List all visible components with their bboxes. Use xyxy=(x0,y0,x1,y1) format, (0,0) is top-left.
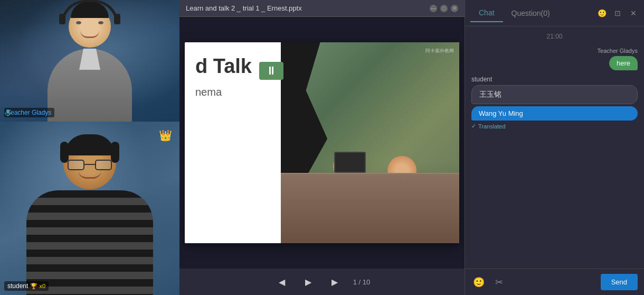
scissors-button[interactable]: ✂ xyxy=(491,275,506,290)
message-bubble: here xyxy=(609,56,638,70)
slide-subtitle: nema xyxy=(195,86,298,98)
chat-footer: 🙂 ✂ Send xyxy=(465,269,644,295)
crown-icon: 👑 xyxy=(159,129,172,142)
chat-header: Chat Question(0) 🙂 ⊡ ✕ xyxy=(465,0,644,26)
title-bar: Learn and talk 2 _ trial 1 _ Ernest.pptx… xyxy=(179,0,465,17)
window-controls[interactable]: — □ ✕ xyxy=(430,5,458,12)
minimize-button[interactable]: — xyxy=(430,5,437,12)
close-button[interactable]: ✕ xyxy=(451,5,458,12)
teacher-message: Teacher Gladys here xyxy=(471,48,638,70)
slide-container: d Talk ⏸ nema xyxy=(185,42,459,243)
chat-body: 21:00 Teacher Gladys here student 王玉铭 Wa… xyxy=(465,26,644,269)
svg-rect-0 xyxy=(6,109,10,114)
tab-chat[interactable]: Chat xyxy=(470,4,503,22)
smiley-header-icon[interactable]: 🙂 xyxy=(596,8,607,19)
play-button[interactable]: ▶ xyxy=(300,274,316,290)
emoji-button[interactable]: 🙂 xyxy=(471,275,486,290)
slide-controls: ◀ ▶ ▶ 1 / 10 xyxy=(179,269,465,295)
play-pause-icon[interactable]: ⏸ xyxy=(259,62,283,80)
chat-header-icons: 🙂 ⊡ ✕ xyxy=(596,8,639,19)
restore-button[interactable]: □ xyxy=(440,5,448,12)
close-chat-icon[interactable]: ✕ xyxy=(628,8,639,19)
watermark: 阿卡索外教网 xyxy=(425,48,454,54)
tab-question[interactable]: Question(0) xyxy=(503,5,558,22)
mic-icon xyxy=(4,109,13,117)
student-mic-icon xyxy=(4,282,13,291)
send-button[interactable]: Send xyxy=(601,274,638,290)
translated-bubble: Wang Yu Ming xyxy=(471,106,638,121)
slide-content: d Talk ⏸ nema xyxy=(185,42,459,243)
prev-slide-button[interactable]: ◀ xyxy=(274,274,290,290)
translated-label: ✓ Translated xyxy=(471,123,638,130)
translated-text: Translated xyxy=(478,123,506,130)
check-icon: ✓ xyxy=(471,123,476,130)
student-message-block: student 王玉铭 Wang Yu Ming ✓ Translated xyxy=(471,76,638,130)
trophy-badge: 🏆 x0 xyxy=(30,283,45,290)
slide-area: d Talk ⏸ nema xyxy=(179,17,465,269)
message-sender: Teacher Gladys xyxy=(598,48,638,54)
student-chat-label: student xyxy=(471,76,638,83)
left-panel: Teacher Gladys xyxy=(0,0,179,295)
student-video: 👑 student 🏆 x0 xyxy=(0,122,179,295)
middle-panel: Learn and talk 2 _ trial 1 _ Ernest.pptx… xyxy=(179,0,465,295)
right-panel: Chat Question(0) 🙂 ⊡ ✕ 21:00 Teacher Gla… xyxy=(465,0,644,295)
chat-timestamp: 21:00 xyxy=(471,33,638,40)
teacher-video: Teacher Gladys xyxy=(0,0,179,122)
slide-counter: 1 / 10 xyxy=(353,278,371,286)
chinese-message-bubble: 王玉铭 xyxy=(471,85,638,104)
slide-heading: d Talk ⏸ xyxy=(195,55,298,80)
next-slide-button[interactable]: ▶ xyxy=(327,274,343,290)
expand-icon[interactable]: ⊡ xyxy=(612,8,623,19)
slide-title-bar: Learn and talk 2 _ trial 1 _ Ernest.pptx xyxy=(186,4,302,12)
